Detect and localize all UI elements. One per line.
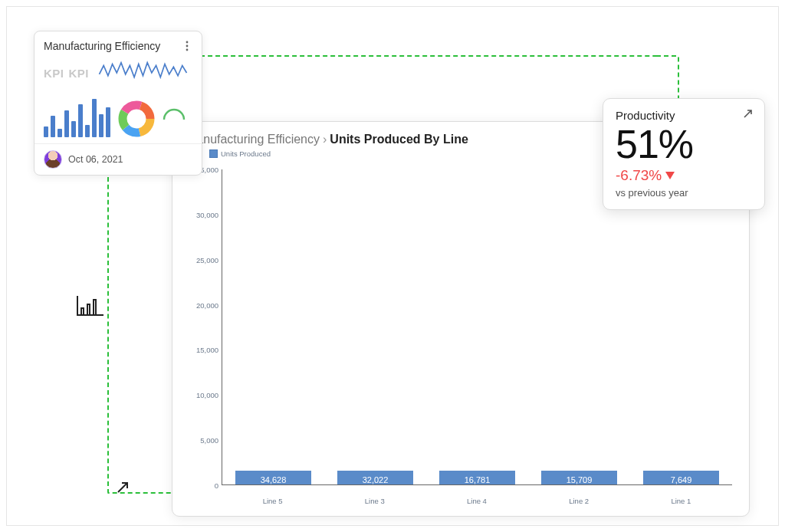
x-tick-label: Line 3 (365, 497, 385, 505)
kpi-thumbnail: KPI (44, 67, 64, 80)
x-tick-label: Line 4 (467, 497, 487, 505)
kpi-thumbnail: KPI (69, 67, 90, 80)
bar[interactable]: 16,781 (432, 471, 524, 484)
legend-label: Units Produced (221, 149, 271, 158)
y-tick-label: 30,000 (188, 210, 218, 218)
bars-container: 34,62832,02216,78115,7097,649 (222, 169, 732, 485)
bar[interactable]: 32,022 (330, 471, 422, 484)
legend-swatch (209, 149, 218, 158)
y-tick-label: 0 (188, 481, 218, 490)
breadcrumb-root[interactable]: Manufacturing Efficiency (186, 133, 320, 146)
sparkline-thumbnail (94, 58, 192, 87)
gauge-thumbnail (163, 107, 186, 122)
dashboard-thumbnails: KPI KPI (34, 56, 202, 143)
y-tick-label: 25,000 (188, 255, 218, 264)
kpi-subtext: vs previous year (616, 184, 754, 199)
kebab-menu-icon[interactable] (180, 39, 194, 53)
bar-value-label: 32,022 (337, 471, 412, 484)
kpi-delta: -6.73% (616, 166, 754, 184)
svg-point-2 (186, 49, 189, 51)
donut-thumbnail (118, 100, 155, 137)
dashboard-date: Oct 06, 2021 (68, 154, 123, 165)
svg-point-1 (186, 45, 189, 48)
y-tick-label: 10,000 (188, 391, 218, 399)
dashed-connector (655, 55, 679, 103)
bar[interactable]: 7,649 (636, 471, 728, 484)
arrow-out-icon (115, 480, 130, 498)
expand-icon[interactable] (742, 108, 754, 122)
y-tick-label: 20,000 (188, 300, 218, 309)
bar[interactable]: 34,628 (228, 471, 320, 484)
breadcrumb-leaf: Units Produced By Line (330, 133, 468, 146)
productivity-kpi-card[interactable]: Productivity 51% -6.73% vs previous year (603, 98, 765, 210)
x-tick-label: Line 1 (671, 497, 691, 505)
bar-value-label: 34,628 (235, 471, 310, 484)
y-axis: 05,00010,00015,00020,00025,00030,00035,0… (188, 169, 218, 485)
down-triangle-icon (665, 171, 675, 180)
bar-value-label: 16,781 (439, 471, 514, 484)
kpi-title: Productivity (616, 109, 675, 122)
y-tick-label: 5,000 (188, 436, 218, 445)
x-tick-label: Line 5 (263, 497, 283, 505)
avatar (44, 150, 62, 169)
bar-value-label: 7,649 (643, 471, 718, 484)
bar-value-label: 15,709 (541, 471, 616, 484)
barchart-thumbnail (44, 96, 110, 137)
y-tick-label: 15,000 (188, 346, 218, 354)
chart-plot-area: 05,00010,00015,00020,00025,00030,00035,0… (222, 169, 732, 485)
x-axis-labels: Line 5Line 3Line 4Line 2Line 1 (222, 497, 732, 505)
bar[interactable]: 15,709 (534, 471, 626, 484)
dashboard-card[interactable]: Manufacturing Efficiency KPI KPI (34, 31, 202, 176)
dashboard-title: Manufacturing Efficiency (44, 40, 160, 52)
barchart-icon (77, 296, 103, 316)
svg-point-0 (186, 41, 189, 44)
x-tick-label: Line 2 (569, 497, 589, 505)
kpi-value: 51% (616, 122, 754, 166)
